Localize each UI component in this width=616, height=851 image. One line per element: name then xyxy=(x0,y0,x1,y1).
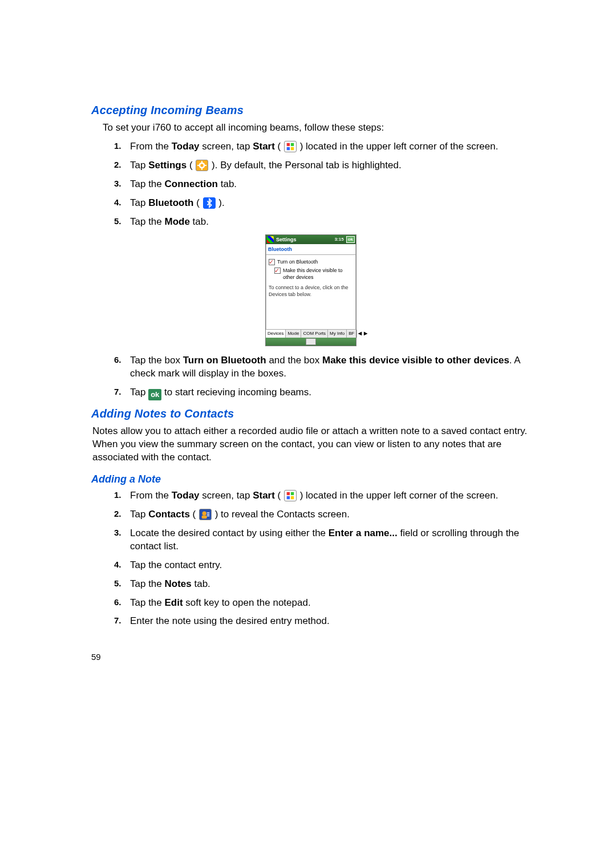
svg-point-5 xyxy=(201,164,204,167)
bold-connection: Connection xyxy=(165,179,218,189)
step-6: 6. Tap the Edit soft key to open the not… xyxy=(114,597,530,610)
checkbox-turn-on-bluetooth: Turn on Bluetooth xyxy=(269,258,353,265)
bold-today: Today xyxy=(172,490,200,501)
steps-accepting-cont: 6. Tap the box Turn on Bluetooth and the… xyxy=(91,354,530,400)
svg-point-14 xyxy=(202,511,206,515)
text: ). xyxy=(216,197,225,208)
text: Tap the xyxy=(130,578,165,589)
text: and the box xyxy=(266,355,322,366)
heading-adding-notes-to-contacts: Adding Notes to Contacts xyxy=(91,406,530,422)
svg-rect-0 xyxy=(287,143,290,146)
checkbox-label: Turn on Bluetooth xyxy=(277,258,318,265)
device-section-label: Bluetooth xyxy=(266,244,356,254)
ok-button-icon: ok xyxy=(148,389,161,400)
checkbox-icon xyxy=(274,268,281,274)
start-icon xyxy=(284,141,297,152)
checkbox-label: Make this device visible to other device… xyxy=(283,267,353,281)
tabs-scroll-right-icon: ▶ xyxy=(363,330,368,338)
intro-accepting: To set your i760 to accept all incoming … xyxy=(103,121,530,135)
text: Tap xyxy=(130,197,148,208)
text: ) to reveal the Contacts screen. xyxy=(212,509,350,520)
svg-rect-2 xyxy=(287,147,290,150)
text: ( xyxy=(187,160,195,171)
bold-settings: Settings xyxy=(148,160,187,171)
step-number: 7. xyxy=(114,386,121,398)
svg-rect-3 xyxy=(291,147,294,150)
svg-rect-1 xyxy=(291,143,294,146)
heading-adding-a-note: Adding a Note xyxy=(91,472,530,486)
heading-accepting-incoming-beams: Accepting Incoming Beams xyxy=(91,103,530,118)
contacts-icon xyxy=(199,509,212,520)
step-number: 7. xyxy=(114,615,121,626)
svg-rect-13 xyxy=(291,496,294,499)
text: to start recieving incoming beams. xyxy=(161,387,311,398)
text: soft key to open the notepad. xyxy=(183,597,311,608)
device-titlebar: Settings 3:15 ok xyxy=(266,235,356,245)
device-soft-input-bar xyxy=(266,338,356,346)
checkbox-icon xyxy=(269,259,275,265)
page-number: 59 xyxy=(91,651,101,663)
bold-start: Start xyxy=(253,490,275,501)
text: Enter the note using the desired entry m… xyxy=(130,615,330,626)
step-4: 4. Tap the contact entry. xyxy=(114,559,530,572)
step-3: 3. Tap the Connection tab. xyxy=(114,178,530,191)
text: ( xyxy=(275,141,283,152)
text: From the xyxy=(130,141,172,152)
step-number: 5. xyxy=(114,216,121,227)
tab-mode: Mode xyxy=(286,330,301,338)
step-number: 5. xyxy=(114,578,121,589)
bold-contacts: Contacts xyxy=(148,509,190,520)
tab-com-ports: COM Ports xyxy=(301,330,328,338)
checkbox-make-visible: Make this device visible to other device… xyxy=(274,267,353,281)
start-icon xyxy=(284,490,297,501)
keyboard-icon xyxy=(306,338,316,345)
tab-my-info: My Info xyxy=(328,330,347,338)
text: Locate the desired contact by using eith… xyxy=(130,528,329,538)
svg-rect-17 xyxy=(207,514,210,514)
step-number: 2. xyxy=(114,508,121,520)
intro-adding-notes: Notes allow you to attach either a recor… xyxy=(92,425,530,464)
device-status-time: 3:15 xyxy=(335,237,344,243)
step-7: 7. Tap ok to start recieving incoming be… xyxy=(114,386,530,400)
step-6: 6. Tap the box Turn on Bluetooth and the… xyxy=(114,354,530,380)
step-number: 6. xyxy=(114,597,121,608)
text: Tap the box xyxy=(130,355,183,366)
bold-bluetooth: Bluetooth xyxy=(148,197,193,208)
text: Tap the xyxy=(130,179,165,189)
text: tab. xyxy=(190,216,209,227)
step-1: 1. From the Today screen, tap Start ( ) … xyxy=(114,140,530,153)
text: ( xyxy=(193,197,202,208)
steps-accepting: 1. From the Today screen, tap Start ( ) … xyxy=(91,140,530,229)
text: tab. xyxy=(192,578,210,589)
step-number: 4. xyxy=(114,197,121,208)
bluetooth-icon xyxy=(203,197,216,209)
text: ). By default, the Personal tab is highl… xyxy=(209,160,401,171)
text: Tap the xyxy=(130,597,165,608)
device-ok-button: ok xyxy=(346,236,355,244)
bold-start: Start xyxy=(253,141,275,152)
step-1: 1. From the Today screen, tap Start ( ) … xyxy=(114,489,530,503)
tab-bf: BF xyxy=(347,330,356,338)
text: From the xyxy=(130,490,172,501)
step-number: 1. xyxy=(114,489,121,501)
text: ( xyxy=(275,490,283,501)
step-number: 2. xyxy=(114,159,121,171)
bold-edit: Edit xyxy=(165,597,183,608)
device-body: Turn on Bluetooth Make this device visib… xyxy=(266,255,356,329)
step-number: 4. xyxy=(114,559,121,570)
text: Tap the contact entry. xyxy=(130,560,222,570)
step-2: 2. Tap Settings ( ). By default, the Per… xyxy=(114,159,530,172)
step-number: 3. xyxy=(114,527,121,538)
svg-rect-12 xyxy=(287,496,290,499)
step-7: 7. Enter the note using the desired entr… xyxy=(114,615,530,628)
steps-adding-a-note: 1. From the Today screen, tap Start ( ) … xyxy=(91,489,530,629)
bold-today: Today xyxy=(172,141,200,152)
bold-turn-on-bluetooth: Turn on Bluetooth xyxy=(183,355,266,366)
text: tab. xyxy=(218,179,237,189)
step-3: 3. Locate the desired contact by using e… xyxy=(114,527,530,553)
step-number: 3. xyxy=(114,178,121,189)
tab-devices: Devices xyxy=(266,330,286,338)
text: Tap xyxy=(130,387,148,398)
text: Tap the xyxy=(130,216,165,227)
text: ) located in the upper left corner of th… xyxy=(297,141,498,152)
